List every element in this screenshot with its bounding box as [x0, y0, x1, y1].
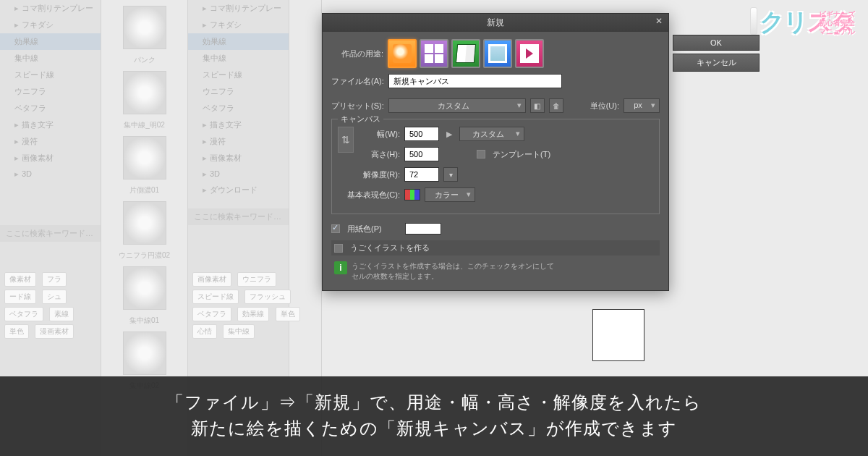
- ok-button[interactable]: OK: [673, 35, 760, 51]
- purpose-book-button[interactable]: [451, 39, 480, 68]
- tag: 単色: [276, 307, 300, 321]
- tree-item: 描き文字: [188, 117, 289, 133]
- purpose-label: 作品の用途:: [331, 48, 383, 59]
- width-label: 幅(W):: [359, 129, 400, 140]
- hint-line1: うごくイラストを作成する場合は、このチェックをオンにして: [352, 262, 554, 270]
- purpose-row: 作品の用途:: [331, 39, 660, 68]
- tag: ード線: [4, 290, 36, 304]
- tree-item: 集中線: [0, 50, 101, 67]
- dialog-action-buttons: OK キャンセル: [673, 35, 760, 72]
- preset-delete-button[interactable]: 🗑: [549, 98, 563, 113]
- tag: 画像素材: [192, 272, 231, 287]
- tree-item: 効果線: [0, 33, 101, 50]
- pen-icon: [750, 7, 757, 35]
- search-hint: ここに検索キーワード…: [188, 208, 289, 225]
- purpose-image-button[interactable]: [483, 39, 512, 68]
- preset-swatch-button[interactable]: ◧: [530, 98, 545, 113]
- logo-sub-1: ビギナーズ: [819, 10, 855, 19]
- thumb-label: 集中線_明02: [101, 120, 187, 130]
- canvas-preview: [592, 309, 644, 361]
- unit-dropdown[interactable]: px: [624, 98, 660, 113]
- template-label: テンプレート(T): [493, 149, 550, 160]
- width-input[interactable]: [404, 127, 439, 141]
- tags-area-1: 像素材 フラ ード線 シュ ベタフラ 素線 単色 漫画素材: [0, 268, 101, 343]
- tag: 心情: [192, 324, 217, 339]
- tree-item: 描き文字: [0, 117, 101, 133]
- height-input[interactable]: [404, 147, 439, 161]
- tree-item: 3D: [0, 166, 101, 182]
- new-canvas-dialog: 新規 ✕ 作品の用途: ファイル名(A): プリセット(S): カスタム ◧ 🗑…: [322, 13, 669, 291]
- purpose-comic-button[interactable]: [420, 39, 448, 68]
- purpose-animation-button[interactable]: [515, 39, 544, 68]
- tag: フラッシュ: [244, 290, 291, 304]
- arrow-icon: ▶: [443, 130, 455, 139]
- tree-item: 画像素材: [0, 150, 101, 166]
- logo-sub-3: マニュアル: [819, 28, 855, 36]
- tag: 漫画素材: [35, 324, 74, 339]
- animation-label: うごくイラストを作る: [350, 242, 430, 253]
- resolution-label: 解像度(R):: [338, 169, 400, 180]
- filename-label: ファイル名(A):: [331, 76, 384, 87]
- template-checkbox[interactable]: [477, 150, 485, 159]
- material-thumb: [123, 71, 166, 114]
- material-thumb: [123, 266, 166, 310]
- tree-item: ウニフラ: [188, 83, 289, 100]
- tree-item: 漫符: [188, 133, 289, 150]
- tree-item: フキダシ: [188, 17, 289, 33]
- papercolor-checkbox[interactable]: [331, 224, 340, 233]
- canvas-fieldset: キャンバス ⇅ 幅(W): ▶ カスタム 高さ(H): テン: [331, 119, 660, 214]
- preset-dropdown[interactable]: カスタム: [388, 98, 526, 113]
- cancel-button[interactable]: キャンセル: [673, 54, 760, 72]
- purpose-illustration-button[interactable]: [388, 39, 417, 68]
- thumb-label: 片側濃01: [101, 185, 187, 195]
- tag: スピード線: [192, 290, 239, 304]
- color-icon: [404, 189, 420, 200]
- tag: 集中線: [223, 324, 255, 339]
- tree-item: 効果線: [188, 33, 289, 50]
- animation-checkbox[interactable]: [334, 244, 343, 253]
- tag: フラ: [42, 272, 67, 287]
- colormode-dropdown[interactable]: カラー: [425, 187, 475, 202]
- tree-item: ウニフラ: [0, 83, 101, 100]
- resolution-input[interactable]: [404, 167, 439, 182]
- size-preset-dropdown[interactable]: カスタム: [459, 127, 524, 141]
- tags-area-2: 画像素材 ウニフラ スピード線 フラッシュ ベタフラ 効果線 単色 心情 集中線: [188, 268, 318, 343]
- papercolor-swatch[interactable]: [405, 223, 441, 235]
- caption-line-1: 「ファイル」⇒「新規」で、用途・幅・高さ・解像度を入れたら: [14, 389, 854, 415]
- tree-item: ベタフラ: [0, 100, 101, 117]
- close-icon[interactable]: ✕: [654, 16, 664, 26]
- colormode-label: 基本表現色(C):: [338, 190, 400, 200]
- tree-item: スピード線: [188, 67, 289, 83]
- dialog-body: 作品の用途: ファイル名(A): プリセット(S): カスタム ◧ 🗑 単位(U…: [323, 32, 668, 290]
- height-label: 高さ(H):: [359, 149, 400, 160]
- tree-item: 3D: [188, 166, 289, 182]
- animation-row: うごくイラストを作る: [331, 240, 660, 256]
- tree-item: ダウンロード: [188, 182, 289, 198]
- caption-line-2: 新たに絵を描くための「新規キャンバス」が作成できます: [14, 415, 854, 442]
- swap-dimensions-button[interactable]: ⇅: [338, 127, 354, 153]
- dialog-title: 新規: [487, 17, 504, 28]
- preset-label: プリセット(S):: [331, 101, 384, 111]
- info-icon: i: [334, 261, 347, 274]
- filename-input[interactable]: [388, 74, 562, 88]
- filename-row: ファイル名(A):: [331, 74, 660, 88]
- tree-item: コマ割りテンプレー: [188, 0, 289, 17]
- material-thumb: [123, 6, 166, 49]
- resolution-dropdown-button[interactable]: ▾: [443, 167, 458, 182]
- unit-label: 単位(U):: [590, 101, 619, 111]
- tree-item: 漫符: [0, 133, 101, 150]
- tutorial-caption: 「ファイル」⇒「新規」で、用途・幅・高さ・解像度を入れたら 新たに絵を描くための…: [0, 376, 868, 456]
- hint-line2: セルの枚数を指定します。: [352, 272, 438, 280]
- tag: 像素材: [4, 272, 36, 287]
- dialog-titlebar[interactable]: 新規 ✕: [323, 14, 668, 32]
- tutorial-logo: クリスタ ビギナーズ 初心者完全 マニュアル: [760, 6, 855, 39]
- search-hint: ここに検索キーワード…: [0, 225, 101, 242]
- tree-item: フキダシ: [0, 17, 101, 33]
- material-thumb: [123, 332, 166, 375]
- tag: シュ: [42, 290, 67, 304]
- thumb-label: 集中線01: [101, 316, 187, 326]
- logo-text-1: クリ: [760, 8, 807, 35]
- tag: ベタフラ: [4, 307, 43, 321]
- tree-item: 集中線: [188, 50, 289, 67]
- papercolor-row: 用紙色(P): [331, 223, 660, 235]
